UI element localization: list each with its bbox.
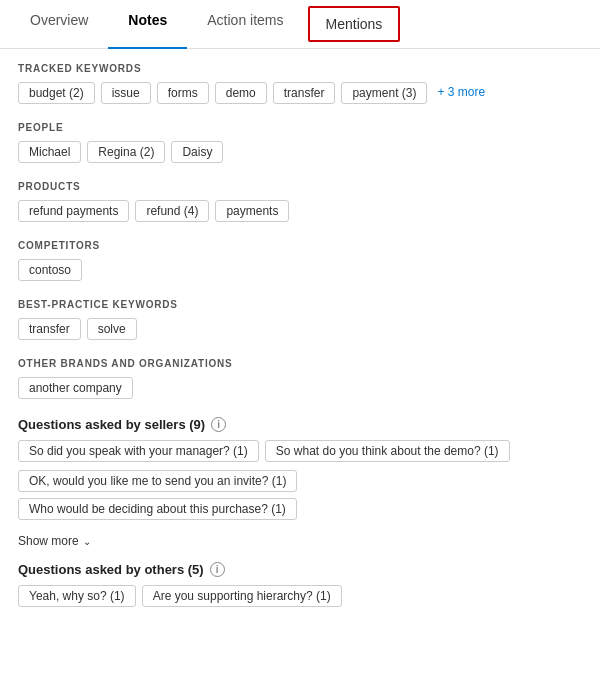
section-title-other-brands: OTHER BRANDS AND ORGANIZATIONS xyxy=(18,358,582,369)
section-tracked-keywords: TRACKED KEYWORDS budget (2) issue forms … xyxy=(18,63,582,104)
tag-refund[interactable]: refund (4) xyxy=(135,200,209,222)
tab-overview[interactable]: Overview xyxy=(10,0,108,48)
other-brands-tags: another company xyxy=(18,377,582,399)
tab-mentions[interactable]: Mentions xyxy=(308,6,401,42)
tag-contoso[interactable]: contoso xyxy=(18,259,82,281)
tag-issue[interactable]: issue xyxy=(101,82,151,104)
info-icon-others[interactable]: i xyxy=(210,562,225,577)
tag-another-company[interactable]: another company xyxy=(18,377,133,399)
question-tag-hierarchy[interactable]: Are you supporting hierarchy? (1) xyxy=(142,585,342,607)
section-people: PEOPLE Michael Regina (2) Daisy xyxy=(18,122,582,163)
products-tags: refund payments refund (4) payments xyxy=(18,200,582,222)
question-tag-manager[interactable]: So did you speak with your manager? (1) xyxy=(18,440,259,462)
question-tag-invite[interactable]: OK, would you like me to send you an inv… xyxy=(18,470,297,492)
tag-michael[interactable]: Michael xyxy=(18,141,81,163)
tag-transfer-bp[interactable]: transfer xyxy=(18,318,81,340)
questions-others-header: Questions asked by others (5) i xyxy=(18,562,582,577)
question-tag-demo[interactable]: So what do you think about the demo? (1) xyxy=(265,440,510,462)
tag-payments[interactable]: payments xyxy=(215,200,289,222)
section-questions-sellers: Questions asked by sellers (9) i So did … xyxy=(18,417,582,520)
section-title-tracked-keywords: TRACKED KEYWORDS xyxy=(18,63,582,74)
section-title-best-practice: BEST-PRACTICE KEYWORDS xyxy=(18,299,582,310)
section-title-people: PEOPLE xyxy=(18,122,582,133)
tag-daisy[interactable]: Daisy xyxy=(171,141,223,163)
section-other-brands: OTHER BRANDS AND ORGANIZATIONS another c… xyxy=(18,358,582,399)
competitors-tags: contoso xyxy=(18,259,582,281)
chevron-down-icon: ⌄ xyxy=(83,536,91,547)
tag-refund-payments[interactable]: refund payments xyxy=(18,200,129,222)
more-keywords-link[interactable]: + 3 more xyxy=(433,82,489,104)
tag-demo[interactable]: demo xyxy=(215,82,267,104)
tag-payment[interactable]: payment (3) xyxy=(341,82,427,104)
tag-budget[interactable]: budget (2) xyxy=(18,82,95,104)
tag-regina[interactable]: Regina (2) xyxy=(87,141,165,163)
section-questions-others: Questions asked by others (5) i Yeah, wh… xyxy=(18,562,582,607)
tab-notes[interactable]: Notes xyxy=(108,0,187,48)
tag-transfer[interactable]: transfer xyxy=(273,82,336,104)
content-area: TRACKED KEYWORDS budget (2) issue forms … xyxy=(0,49,600,635)
tab-bar: Overview Notes Action items Mentions xyxy=(0,0,600,49)
people-tags: Michael Regina (2) Daisy xyxy=(18,141,582,163)
section-title-competitors: COMPETITORS xyxy=(18,240,582,251)
question-tag-purchase[interactable]: Who would be deciding about this purchas… xyxy=(18,498,297,520)
section-title-products: PRODUCTS xyxy=(18,181,582,192)
section-competitors: COMPETITORS contoso xyxy=(18,240,582,281)
info-icon-sellers[interactable]: i xyxy=(211,417,226,432)
tab-action-items[interactable]: Action items xyxy=(187,0,303,48)
question-tag-why[interactable]: Yeah, why so? (1) xyxy=(18,585,136,607)
best-practice-tags: transfer solve xyxy=(18,318,582,340)
sellers-question-tags: So did you speak with your manager? (1) … xyxy=(18,440,582,462)
section-products: PRODUCTS refund payments refund (4) paym… xyxy=(18,181,582,222)
sellers-question-tags-2: OK, would you like me to send you an inv… xyxy=(18,470,582,520)
show-more-button[interactable]: Show more ⌄ xyxy=(18,534,582,548)
section-best-practice: BEST-PRACTICE KEYWORDS transfer solve xyxy=(18,299,582,340)
tag-solve[interactable]: solve xyxy=(87,318,137,340)
tracked-keywords-tags: budget (2) issue forms demo transfer pay… xyxy=(18,82,582,104)
tag-forms[interactable]: forms xyxy=(157,82,209,104)
questions-sellers-header: Questions asked by sellers (9) i xyxy=(18,417,582,432)
others-question-tags: Yeah, why so? (1) Are you supporting hie… xyxy=(18,585,582,607)
